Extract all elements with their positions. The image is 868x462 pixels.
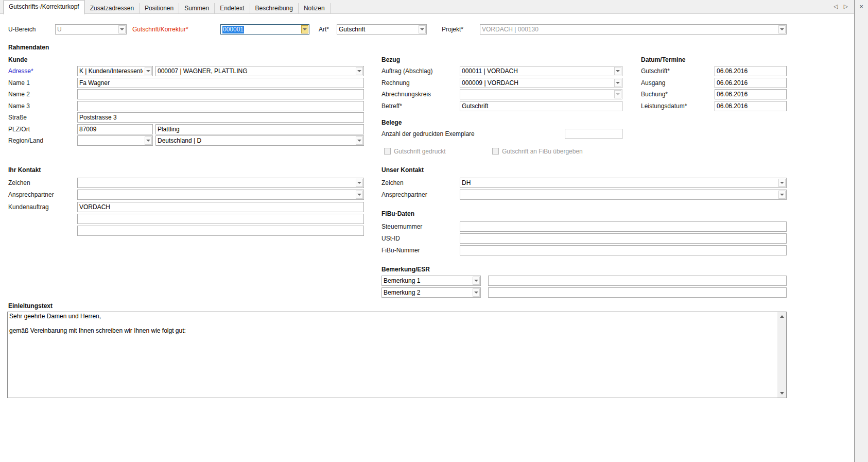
unser-zeichen-dropdown-button[interactable] (778, 179, 786, 187)
bemerkung2-dropdown-button[interactable] (473, 288, 480, 297)
datum-leistung-field[interactable] (715, 101, 787, 111)
tab-notizen[interactable]: Notizen (299, 3, 331, 14)
projekt-input[interactable] (480, 25, 778, 34)
unser-zeichen-combo[interactable] (460, 178, 787, 188)
auftrag-dropdown-button[interactable] (614, 67, 621, 75)
datum-ausgang-input[interactable] (715, 78, 786, 88)
datum-buchung-input[interactable] (715, 90, 786, 99)
bemerkung2-combo[interactable] (381, 287, 481, 298)
adresse-combo[interactable] (155, 66, 364, 76)
rechnung-combo[interactable] (460, 78, 622, 88)
steuernummer-field[interactable] (460, 221, 787, 232)
scrollbar-down-button[interactable] (777, 389, 786, 398)
auftrag-input[interactable] (460, 66, 614, 76)
art-dropdown-button[interactable] (419, 25, 426, 33)
ihr-zeichen-input[interactable] (78, 178, 355, 187)
adresse-typ-combo[interactable] (77, 66, 153, 76)
tab-zusatzadressen[interactable]: Zusatzadressen (85, 3, 140, 14)
tab-endetext[interactable]: Endetext (215, 3, 250, 14)
region-dropdown-button[interactable] (145, 136, 152, 145)
tab-summen[interactable]: Summen (179, 3, 215, 14)
anzahl-exemplare-input[interactable] (565, 129, 622, 139)
datum-leistung-input[interactable] (715, 101, 786, 111)
ihr-zeichen-combo[interactable] (77, 178, 364, 188)
bemerkung2-input[interactable] (489, 288, 786, 297)
land-combo[interactable] (155, 135, 364, 146)
rechnung-dropdown-button[interactable] (614, 79, 621, 87)
ihr-ansprechpartner-input[interactable] (78, 190, 355, 199)
kundenauftrag-zusatz1-input[interactable] (78, 214, 363, 224)
fibu-nummer-field[interactable] (460, 245, 787, 255)
kundenauftrag-input[interactable] (78, 202, 363, 212)
art-combo[interactable] (337, 24, 427, 35)
anzahl-exemplare-field[interactable] (565, 129, 622, 139)
adresse-dropdown-button[interactable] (356, 67, 363, 75)
close-icon[interactable]: × (857, 2, 866, 11)
datum-gutschrift-input[interactable] (715, 66, 786, 76)
adresse-input[interactable] (156, 66, 355, 76)
betreff-field[interactable] (460, 101, 622, 111)
ihr-ansprechpartner-dropdown-button[interactable] (356, 191, 363, 199)
bemerkung1-input[interactable] (489, 276, 786, 285)
land-dropdown-button[interactable] (356, 136, 363, 145)
strasse-input[interactable] (78, 113, 363, 122)
tab-beschreibung[interactable]: Beschreibung (250, 3, 299, 14)
unser-ansprechpartner-input[interactable] (460, 190, 778, 199)
bemerkung2-field[interactable] (488, 287, 787, 298)
kundenauftrag-field[interactable] (77, 202, 364, 212)
tab-gutschrifts-korrekturkopf[interactable]: Gutschrifts-/Korrekturkopf (3, 0, 85, 14)
plz-field[interactable] (77, 124, 153, 134)
region-combo[interactable] (77, 135, 153, 146)
fibu-nummer-input[interactable] (460, 246, 786, 255)
art-input[interactable] (337, 25, 418, 34)
adresse-typ-dropdown-button[interactable] (145, 67, 152, 75)
unser-zeichen-input[interactable] (460, 178, 778, 187)
name3-field[interactable] (77, 101, 364, 111)
region-input[interactable] (78, 136, 144, 145)
name1-field[interactable] (77, 78, 364, 88)
adresse-label[interactable]: Adresse* (8, 66, 33, 76)
u-bereich-input[interactable] (56, 25, 118, 34)
ort-input[interactable] (156, 125, 363, 134)
einleitungstext-textarea[interactable]: Sehr geehrte Damen und Herren, gemäß Ver… (8, 312, 777, 398)
rechnung-input[interactable] (460, 78, 614, 88)
nav-next-icon[interactable]: ▷ (842, 3, 849, 10)
land-input[interactable] (156, 136, 355, 145)
name3-input[interactable] (78, 101, 363, 111)
bemerkung2-select-input[interactable] (382, 288, 472, 297)
name2-field[interactable] (77, 89, 364, 99)
datum-gutschrift-field[interactable] (715, 66, 787, 76)
gutschrift-korrektur-combo[interactable]: 000001 (220, 24, 309, 35)
u-bereich-dropdown-button[interactable] (118, 25, 126, 33)
projekt-combo[interactable] (480, 24, 787, 35)
bemerkung1-field[interactable] (488, 276, 787, 286)
tab-positionen[interactable]: Positionen (140, 3, 179, 14)
plz-input[interactable] (78, 125, 152, 134)
ihr-ansprechpartner-combo[interactable] (77, 190, 364, 200)
bemerkung1-dropdown-button[interactable] (473, 277, 480, 285)
scrollbar-up-button[interactable] (777, 312, 786, 321)
kundenauftrag-zusatz2-field[interactable] (77, 226, 364, 236)
betreff-input[interactable] (460, 101, 622, 111)
u-bereich-combo[interactable] (55, 24, 127, 35)
ihr-zeichen-dropdown-button[interactable] (356, 179, 363, 187)
auftrag-combo[interactable] (460, 66, 622, 76)
ust-id-input[interactable] (460, 234, 786, 243)
gutschrift-korrektur-dropdown-button[interactable] (301, 25, 308, 33)
projekt-dropdown-button[interactable] (778, 25, 786, 33)
steuernummer-input[interactable] (460, 222, 786, 231)
bemerkung1-combo[interactable] (381, 276, 481, 286)
datum-buchung-field[interactable] (715, 89, 787, 99)
adresse-typ-input[interactable] (78, 66, 144, 76)
nav-prev-icon[interactable]: ◁ (832, 3, 839, 10)
name1-input[interactable] (78, 78, 363, 88)
ort-field[interactable] (155, 124, 364, 134)
datum-ausgang-field[interactable] (715, 78, 787, 88)
ust-id-field[interactable] (460, 233, 787, 244)
kundenauftrag-zusatz1-field[interactable] (77, 214, 364, 224)
unser-ansprechpartner-dropdown-button[interactable] (778, 191, 786, 199)
kundenauftrag-zusatz2-input[interactable] (78, 226, 363, 235)
name2-input[interactable] (78, 90, 363, 99)
unser-ansprechpartner-combo[interactable] (460, 190, 787, 200)
strasse-field[interactable] (77, 112, 364, 123)
